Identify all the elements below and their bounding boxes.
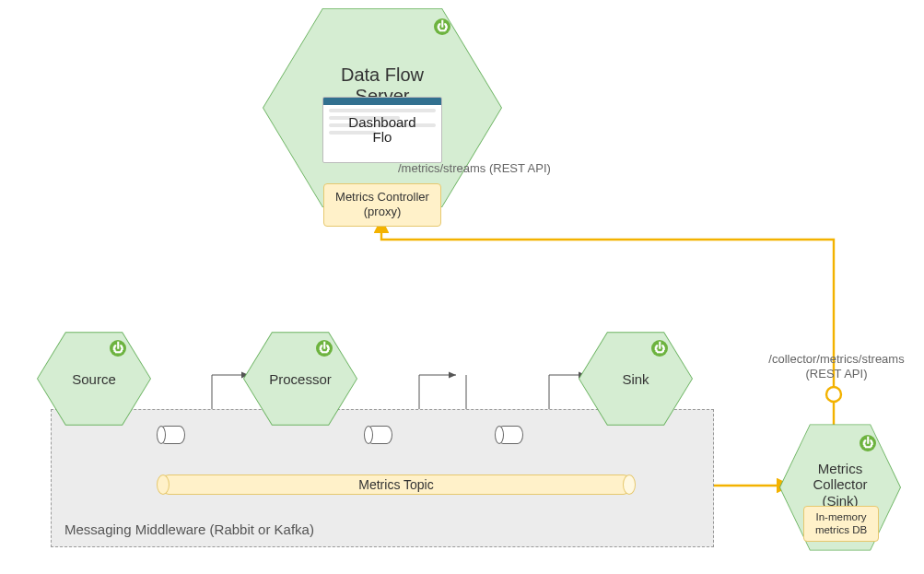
metrics-collector-title: Metrics Collector (Sink) [813, 461, 867, 509]
spring-icon [316, 340, 333, 357]
metrics-controller-pill: Metrics Controller (proxy) [323, 183, 441, 227]
metrics-topic-label: Metrics Topic [358, 477, 433, 492]
messaging-middleware-caption: Messaging Middleware (Rabbit or Kafka) [64, 521, 314, 537]
dashboard-caption: Dashboard Flo [323, 98, 441, 162]
spring-icon [110, 340, 126, 357]
sink-label: Sink [622, 371, 649, 387]
spring-icon [651, 340, 668, 357]
metrics-api-label: /metrics/streams (REST API) [398, 161, 601, 176]
spring-icon [860, 435, 876, 451]
source-label: Source [72, 371, 116, 387]
dashboard-thumbnail: Dashboard Flo [322, 97, 442, 163]
processor-label: Processor [269, 371, 332, 387]
queue-icon [367, 426, 392, 444]
spring-icon [434, 18, 450, 35]
svg-point-0 [826, 387, 841, 402]
in-memory-db-pill: In-memory metrics DB [803, 506, 879, 542]
dataflow-server-hex: Data Flow Server Dashboard Flo [263, 2, 502, 214]
collector-api-label: /collector/metrics/streams (REST API) [754, 352, 919, 381]
queue-icon [497, 426, 523, 444]
metrics-topic-cylinder: Metrics Topic [161, 474, 631, 495]
queue-icon [159, 426, 185, 444]
